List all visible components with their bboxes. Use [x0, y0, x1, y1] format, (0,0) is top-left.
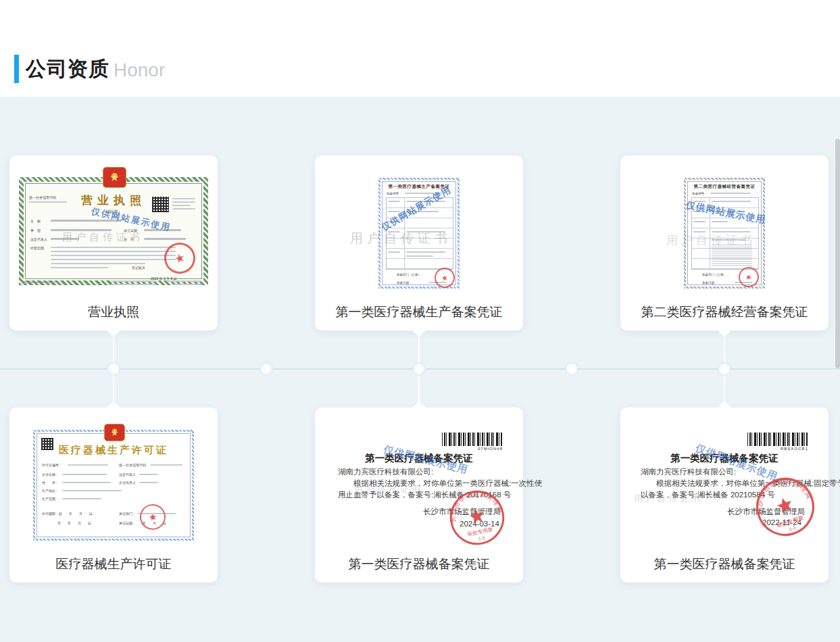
- card-tail-up: [412, 401, 426, 408]
- card-caption: 营业执照: [9, 303, 218, 321]
- card-tail-down: [412, 330, 426, 337]
- qualification-card-class1-filing-b[interactable]: RBSXOCR1 第一类医疗器械备案凭证 湖南力宾医疗科技有限公司: 根据相关法…: [620, 408, 829, 583]
- barcode: [747, 433, 808, 446]
- timeline-dot: [263, 366, 270, 372]
- certificate-image: 医疗器械生产许可证 许可证编号： 统一社会信用代码 企业名称： 法定代表人 住 …: [33, 430, 194, 541]
- card-caption: 第一类医疗器械备案凭证: [620, 555, 829, 573]
- card-tail-down: [718, 330, 731, 337]
- national-emblem-icon: ★: [103, 167, 126, 188]
- timeline-dot: [416, 366, 422, 372]
- registrar-label: 登记机关: [132, 266, 145, 270]
- qualification-card-class1-production[interactable]: 第一类医疗器械生产备案凭证 备案编号： 备案部门（公章）： 备案日期： ★ 仅供…: [315, 155, 523, 330]
- timeline-dot: [721, 366, 728, 372]
- card-tail-up: [718, 401, 731, 408]
- qualification-card-class1-filing-a[interactable]: 07MION48 第一类医疗器械备案凭证 湖南力宾医疗科技有限公司: 根据相关法…: [315, 408, 523, 583]
- card-tail-up: [107, 401, 120, 408]
- card-caption: 第一类医疗器械生产备案凭证: [315, 303, 523, 321]
- card-caption: 医疗器械生产许可证: [9, 555, 218, 573]
- qr-code-icon: [152, 197, 169, 212]
- scrollbar-thumb[interactable]: [835, 139, 840, 368]
- watermark-self-uploaded: 用户自传证书: [62, 231, 143, 244]
- card-caption: 第二类医疗器械经营备案凭证: [620, 303, 829, 321]
- section-title: 公司资质: [26, 57, 109, 80]
- watermark-self-uploaded: 用户自传证书: [666, 232, 756, 248]
- timeline-dot: [110, 366, 117, 372]
- footer-url: http://www.gsxt.gov.cn: [23, 280, 56, 284]
- accent-bar: [14, 55, 19, 83]
- barcode: [442, 433, 503, 446]
- qualification-card-class2-operation[interactable]: 第二类医疗器械经营备案凭证 备案编号： 备案部门（公章）： 备案日期： ★ 仅供…: [620, 155, 829, 330]
- svg-text:1-3: 1-3: [788, 525, 796, 532]
- timeline-dot: [568, 366, 575, 372]
- barcode-text: RBSXOCR1: [747, 447, 808, 451]
- qualification-card-production-license[interactable]: 医疗器械生产许可证 许可证编号： 统一社会信用代码 企业名称： 法定代表人 住 …: [9, 408, 218, 583]
- svg-text:1-3: 1-3: [478, 535, 485, 541]
- watermark-self-uploaded: 用户自传证书: [354, 483, 423, 495]
- section-subtitle: Honor: [114, 59, 165, 81]
- card-caption: 第一类医疗器械备案凭证: [315, 555, 523, 573]
- qualification-card-business-license[interactable]: 统一社会信用代码 营业执照 （副 本） 名 称 类 型 法定代表人 经营范围 成…: [9, 155, 218, 330]
- national-emblem-icon: ★: [104, 424, 125, 441]
- certificate-title: 第二类医疗器械经营备案凭证: [686, 184, 763, 190]
- honor-page: 公司资质 Honor 统一社会信用代码 营业执照 （副 本） 名 称 类: [0, 0, 840, 642]
- card-tail-down: [107, 330, 120, 337]
- stamp-icon: 长沙市市场监督管理局 审批专用章 1-3: [443, 483, 512, 552]
- watermark-self-uploaded: 用户自传证书: [350, 230, 451, 247]
- addressee: 湖南力宾医疗科技有限公司:: [338, 467, 433, 477]
- addressee: 湖南力宾医疗科技有限公司:: [641, 467, 736, 477]
- watermark-self-uploaded: 用户自传证书: [634, 493, 703, 505]
- license-title: 医疗器械生产许可证: [35, 444, 192, 457]
- barcode-text: 07MION48: [442, 447, 503, 451]
